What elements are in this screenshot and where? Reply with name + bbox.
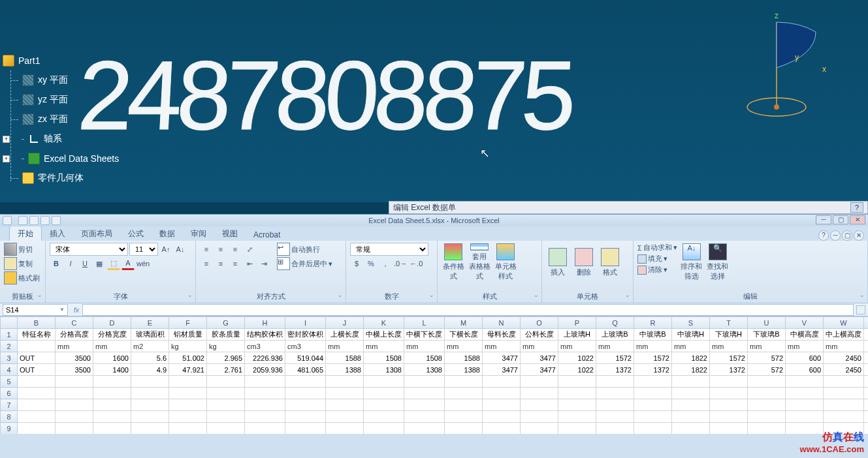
cell[interactable] xyxy=(521,411,558,423)
cell[interactable] xyxy=(207,423,245,435)
cell[interactable] xyxy=(558,388,596,399)
cell[interactable] xyxy=(521,376,558,388)
col-header[interactable]: H xyxy=(245,317,285,329)
cell[interactable] xyxy=(285,423,326,435)
select-all[interactable] xyxy=(1,317,18,329)
min-ribbon[interactable]: ─ xyxy=(830,230,841,241)
cell[interactable]: 572 xyxy=(748,352,786,364)
comma-icon[interactable]: , xyxy=(379,257,392,270)
cut-icon[interactable] xyxy=(4,243,17,256)
cell[interactable] xyxy=(824,411,864,423)
cell[interactable] xyxy=(521,399,558,411)
phonetic-button[interactable]: wén xyxy=(136,257,150,270)
tab-review[interactable]: 审阅 xyxy=(183,226,214,241)
dec-decimal-icon[interactable]: ←.0 xyxy=(409,257,423,270)
cell[interactable] xyxy=(18,399,56,411)
cell[interactable] xyxy=(748,423,786,435)
italic-button[interactable]: I xyxy=(64,257,77,270)
cell[interactable]: mm xyxy=(824,341,864,352)
cell[interactable] xyxy=(245,376,285,388)
col-header[interactable]: D xyxy=(93,317,131,329)
cell[interactable]: 1572 xyxy=(596,352,634,364)
cell[interactable] xyxy=(748,411,786,423)
tree-geom[interactable]: 零件几何体 xyxy=(3,168,119,188)
expand-icon[interactable]: + xyxy=(3,136,10,143)
cell[interactable] xyxy=(672,411,710,423)
cell[interactable]: 3500 xyxy=(56,352,93,364)
cell[interactable]: mm xyxy=(558,341,596,352)
row-header[interactable]: 1 xyxy=(1,329,18,341)
office-button[interactable] xyxy=(3,216,12,225)
chevron-down-icon[interactable]: ▼ xyxy=(59,305,65,315)
cell[interactable]: 中上横高度 xyxy=(824,329,864,341)
cell[interactable]: mm xyxy=(786,341,824,352)
help-icon[interactable]: ? xyxy=(818,230,829,241)
save-button[interactable] xyxy=(18,216,27,225)
cell[interactable] xyxy=(245,423,285,435)
col-header[interactable]: T xyxy=(710,317,748,329)
row-header[interactable]: 4 xyxy=(1,364,18,376)
cell[interactable]: mm xyxy=(56,341,93,352)
cell[interactable] xyxy=(521,388,558,399)
cell[interactable]: 2450 xyxy=(824,352,864,364)
cell[interactable] xyxy=(710,388,748,399)
cell[interactable]: 中横高度 xyxy=(786,329,824,341)
cell[interactable]: 1372 xyxy=(596,364,634,376)
cell[interactable] xyxy=(483,388,521,399)
cell[interactable]: mm xyxy=(521,341,558,352)
cell[interactable] xyxy=(672,388,710,399)
cell[interactable] xyxy=(596,423,634,435)
cell[interactable]: m2 xyxy=(131,341,169,352)
col-header[interactable]: I xyxy=(285,317,326,329)
cell[interactable] xyxy=(521,423,558,435)
cell[interactable]: 481.065 xyxy=(285,364,326,376)
cell[interactable]: 结构胶体积 xyxy=(245,329,285,341)
cell[interactable] xyxy=(786,399,824,411)
tab-formulas[interactable]: 公式 xyxy=(120,226,152,241)
cell[interactable]: 600 xyxy=(786,364,824,376)
wrap-icon[interactable]: ↩ xyxy=(277,243,290,256)
cell[interactable]: 2059.936 xyxy=(245,364,285,376)
cell[interactable]: 1372 xyxy=(634,364,672,376)
cell[interactable]: 分格宽度 xyxy=(93,329,131,341)
cell[interactable] xyxy=(786,411,824,423)
cell[interactable]: 铝材质量 xyxy=(169,329,207,341)
cell[interactable] xyxy=(285,376,326,388)
cell[interactable]: mm xyxy=(483,341,521,352)
worksheet[interactable]: BCDEFGHIJKLMNOPQRSTUVWX1特征名称分格高度分格宽度玻璃面积… xyxy=(0,316,868,434)
col-header[interactable]: Q xyxy=(596,317,634,329)
cell[interactable] xyxy=(207,376,245,388)
align-top-icon[interactable]: ≡ xyxy=(200,243,213,256)
cell[interactable] xyxy=(824,399,864,411)
cell[interactable] xyxy=(710,423,748,435)
col-header[interactable]: K xyxy=(364,317,404,329)
cell[interactable]: 1572 xyxy=(710,352,748,364)
cell[interactable] xyxy=(18,388,56,399)
cell[interactable] xyxy=(207,399,245,411)
cell[interactable] xyxy=(672,376,710,388)
cell[interactable] xyxy=(864,388,869,399)
cell[interactable] xyxy=(710,376,748,388)
tab-view[interactable]: 视图 xyxy=(214,226,246,241)
col-header[interactable]: B xyxy=(18,317,56,329)
cell[interactable] xyxy=(93,399,131,411)
cell[interactable] xyxy=(596,399,634,411)
cell[interactable] xyxy=(483,411,521,423)
cell[interactable] xyxy=(404,411,445,423)
cell[interactable] xyxy=(864,423,869,435)
row-header[interactable]: 8 xyxy=(1,411,18,423)
cell[interactable] xyxy=(364,376,404,388)
cell[interactable] xyxy=(207,388,245,399)
fill-color-button[interactable]: ⬚ xyxy=(107,257,120,270)
cell[interactable] xyxy=(169,411,207,423)
cell[interactable] xyxy=(245,399,285,411)
tab-insert[interactable]: 插入 xyxy=(42,226,73,241)
cell[interactable] xyxy=(634,399,672,411)
cell[interactable] xyxy=(672,399,710,411)
expand-formula-icon[interactable] xyxy=(856,305,865,314)
cell[interactable]: mm xyxy=(672,341,710,352)
cell[interactable] xyxy=(169,376,207,388)
qat-more[interactable] xyxy=(52,216,61,225)
cell[interactable] xyxy=(483,423,521,435)
cell[interactable] xyxy=(864,329,869,341)
